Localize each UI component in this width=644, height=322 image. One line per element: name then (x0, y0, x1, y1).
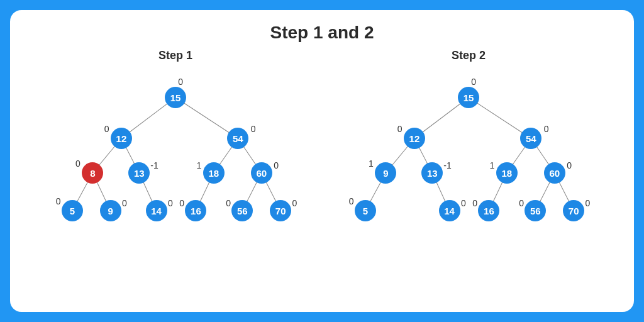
tree-node: 14 (146, 200, 167, 221)
balance-factor-label: 0 (168, 198, 173, 208)
tree-node: 9 (375, 162, 396, 184)
tree-2-title: Step 2 (322, 49, 615, 62)
tree-node: 18 (496, 162, 518, 184)
main-title: Step 1 and 2 (29, 23, 615, 43)
tree-node: 56 (231, 200, 253, 221)
balance-factor-label: 0 (122, 198, 127, 208)
balance-factor-label: 0 (472, 198, 477, 208)
balance-factor-label: 0 (104, 124, 109, 134)
balance-factor-label: -1 (150, 160, 158, 170)
tree-node: 56 (525, 200, 546, 221)
balance-factor-label: 0 (471, 77, 476, 87)
balance-factor-label: 0 (544, 124, 549, 134)
tree-node: 54 (227, 128, 248, 149)
tree-1-panel: Step 1 1501205408013-1181600509014016056… (29, 49, 322, 294)
tree-2: 1501205409113-118160050140160560700 (322, 66, 615, 267)
balance-factor-label: 0 (274, 160, 279, 170)
tree-node: 9 (100, 200, 121, 221)
tree-node: 18 (203, 162, 225, 184)
tree-node: 14 (439, 200, 460, 221)
balance-factor-label: 0 (178, 77, 183, 87)
tree-1: 1501205408013-11816005090140160560700 (29, 66, 322, 267)
balance-factor-label: 1 (197, 160, 202, 170)
tree-node: 13 (128, 162, 150, 184)
tree-node: 12 (404, 128, 425, 149)
tree-node: 15 (458, 87, 479, 108)
tree-node: 60 (544, 162, 565, 184)
balance-factor-label: 0 (586, 198, 591, 208)
balance-factor-label: 0 (567, 160, 572, 170)
tree-node: 16 (478, 200, 499, 221)
tree-node: 8 (82, 162, 103, 184)
tree-node: 16 (185, 200, 206, 221)
balance-factor-label: 0 (397, 124, 402, 134)
tree-node: 54 (520, 128, 541, 149)
balance-factor-label: 0 (519, 198, 524, 208)
balance-factor-label: 0 (56, 196, 61, 206)
diagram-frame: Step 1 and 2 Step 1 1501205408013-118160… (10, 10, 634, 312)
tree-node: 5 (62, 200, 83, 221)
tree-node: 70 (270, 200, 291, 221)
tree-row: Step 1 1501205408013-1181600509014016056… (29, 49, 615, 294)
balance-factor-label: 0 (292, 198, 297, 208)
balance-factor-label: 0 (349, 196, 354, 206)
tree-node: 12 (111, 128, 132, 149)
tree-node: 13 (421, 162, 443, 184)
balance-factor-label: 1 (490, 160, 495, 170)
balance-factor-label: 0 (461, 198, 466, 208)
balance-factor-label: 0 (179, 198, 184, 208)
tree-1-title: Step 1 (29, 49, 322, 62)
tree-node: 15 (165, 87, 186, 108)
balance-factor-label: 0 (226, 198, 231, 208)
balance-factor-label: -1 (443, 160, 451, 170)
balance-factor-label: 1 (369, 158, 374, 169)
tree-2-panel: Step 2 1501205409113-1181600501401605607… (322, 49, 615, 294)
tree-node: 5 (355, 200, 376, 221)
balance-factor-label: 0 (75, 158, 80, 169)
tree-node: 70 (563, 200, 584, 221)
tree-node: 60 (251, 162, 272, 184)
balance-factor-label: 0 (251, 124, 256, 134)
